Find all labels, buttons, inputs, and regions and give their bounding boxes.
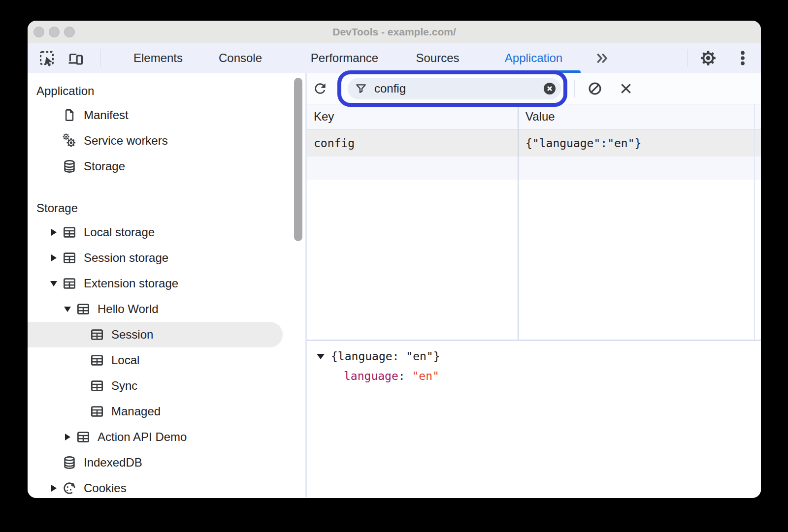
sidebar-item-storage[interactable]: Storage	[28, 154, 290, 179]
filter-funnel-icon	[355, 82, 367, 95]
clear-all-icon[interactable]	[587, 81, 603, 96]
sidebar-item-label: Session storage	[84, 251, 168, 265]
tree-right-arrow-icon[interactable]	[45, 229, 62, 236]
sidebar-item-label: Sync	[111, 379, 137, 393]
empty-grid-row	[307, 156, 761, 180]
database-icon	[62, 455, 77, 470]
document-icon	[62, 108, 77, 123]
screenshot-canvas: DevTools - example.com/ ElementsConsoleP…	[0, 0, 788, 532]
table-icon	[76, 302, 91, 316]
sidebar-item-extension-storage[interactable]: Extension storage	[28, 271, 290, 296]
filter-value[interactable]: config	[374, 82, 542, 95]
table-icon	[62, 250, 77, 265]
sidebar-item-indexeddb[interactable]: IndexedDB	[28, 450, 290, 475]
close-icon[interactable]	[618, 81, 634, 96]
sidebar-item-label: Manifest	[84, 108, 129, 122]
sidebar-item-session[interactable]: Session	[28, 322, 283, 347]
sidebar-item-manifest[interactable]: Manifest	[28, 102, 290, 128]
tree-right-arrow-icon[interactable]	[45, 254, 62, 261]
device-toolbar-icon[interactable]	[67, 50, 84, 66]
toolbar-separator	[687, 49, 688, 67]
application-sidebar: ApplicationManifestService workersStorag…	[28, 73, 290, 497]
sidebar-item-label: IndexedDB	[84, 456, 142, 469]
storage-toolbar: config	[307, 73, 761, 104]
sidebar-item-hello-world[interactable]: Hello World	[28, 296, 290, 322]
sidebar-item-local[interactable]: Local	[28, 347, 290, 373]
json-preview-property[interactable]: language: "en"	[344, 370, 761, 382]
table-icon	[90, 404, 104, 419]
expand-arrow-icon[interactable]	[317, 354, 325, 359]
cookie-icon	[62, 481, 77, 496]
tree-right-arrow-icon[interactable]	[45, 485, 62, 492]
sidebar-item-label: Session	[111, 328, 153, 342]
more-tabs-chevron-icon[interactable]	[593, 51, 611, 66]
json-preview-root[interactable]: {language: "en"}	[317, 350, 761, 363]
sidebar-item-session-storage[interactable]: Session storage	[28, 245, 290, 271]
window-title: DevTools - example.com/	[28, 21, 761, 43]
sidebar-item-local-storage[interactable]: Local storage	[28, 219, 290, 245]
tab-sources[interactable]: Sources	[407, 43, 468, 73]
settings-gear-icon[interactable]	[700, 50, 717, 66]
column-header-value[interactable]: Value	[519, 104, 761, 129]
table-icon	[62, 276, 77, 291]
table-icon	[90, 378, 104, 393]
column-divider[interactable]	[518, 104, 519, 340]
table-icon	[76, 430, 91, 444]
table-icon	[62, 225, 77, 240]
sidebar-item-managed[interactable]: Managed	[28, 399, 290, 424]
json-property-name: language	[344, 370, 398, 382]
inspect-element-icon[interactable]	[38, 50, 55, 66]
devtools-tabbar: ElementsConsolePerformanceSourcesApplica…	[28, 43, 761, 74]
grid-header-row: Key Value	[307, 104, 761, 129]
item-value-cell[interactable]: {"language":"en"}	[519, 129, 761, 156]
sidebar-item-label: Hello World	[98, 302, 159, 316]
sidebar-item-action-api-demo[interactable]: Action API Demo	[28, 424, 290, 450]
sidebar-item-cookies[interactable]: Cookies	[28, 475, 290, 497]
column-header-key[interactable]: Key	[307, 104, 519, 129]
table-icon	[90, 327, 104, 342]
sidebar-item-service-workers[interactable]: Service workers	[28, 128, 290, 154]
table-icon	[90, 353, 104, 368]
service-workers-icon	[62, 133, 77, 148]
grid-right-border	[754, 104, 755, 340]
tab-performance[interactable]: Performance	[292, 43, 397, 73]
storage-panel: config Key Value config{"language":"en"}	[305, 73, 761, 497]
sidebar-item-label: Local storage	[84, 225, 155, 239]
sidebar-item-label: Storage	[84, 159, 125, 173]
tab-application[interactable]: Application	[486, 43, 582, 73]
more-options-icon[interactable]	[734, 50, 751, 66]
item-key-cell[interactable]: config	[307, 129, 519, 156]
tree-down-arrow-icon[interactable]	[59, 307, 76, 312]
toolbar-separator	[100, 49, 101, 67]
toolbar-separator	[574, 80, 575, 97]
sidebar-item-label: Service workers	[84, 134, 168, 148]
tree-right-arrow-icon[interactable]	[59, 434, 76, 440]
sidebar-item-label: Managed	[111, 405, 161, 418]
database-icon	[62, 159, 77, 174]
sidebar-item-label: Action API Demo	[98, 430, 187, 444]
json-property-value: "en"	[412, 370, 439, 382]
window-titlebar: DevTools - example.com/	[28, 21, 761, 44]
sidebar-scrollbar-thumb[interactable]	[294, 78, 302, 241]
sidebar-item-label: Extension storage	[84, 277, 178, 290]
storage-items-grid: Key Value config{"language":"en"}	[307, 104, 761, 340]
sidebar-section-header: Application	[28, 80, 290, 102]
sidebar-item-sync[interactable]: Sync	[28, 373, 290, 399]
devtools-content: ApplicationManifestService workersStorag…	[28, 73, 761, 497]
clear-filter-icon[interactable]	[542, 81, 557, 96]
sidebar-item-label: Cookies	[84, 481, 127, 495]
storage-item-row[interactable]: config{"language":"en"}	[307, 129, 761, 156]
sidebar-section-header: Storage	[28, 197, 290, 219]
value-preview-pane: {language: "en"} language: "en"	[307, 341, 761, 497]
json-colon: :	[398, 370, 412, 382]
refresh-icon[interactable]	[312, 81, 328, 96]
sidebar-item-label: Local	[111, 353, 139, 367]
sidebar-scrollbar[interactable]	[290, 73, 305, 497]
tab-elements[interactable]: Elements	[121, 43, 195, 73]
tab-console[interactable]: Console	[209, 43, 272, 73]
tree-down-arrow-icon[interactable]	[45, 281, 62, 286]
json-summary: {language: "en"}	[331, 350, 440, 363]
devtools-window: DevTools - example.com/ ElementsConsoleP…	[28, 21, 761, 498]
filter-input[interactable]: config	[348, 78, 561, 99]
